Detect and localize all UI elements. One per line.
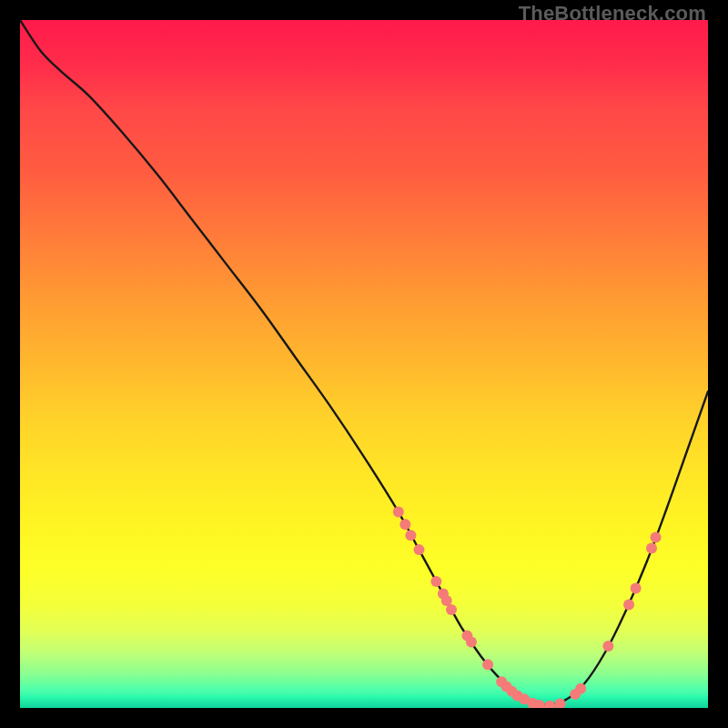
curve-markers	[393, 507, 662, 708]
curve-marker	[399, 519, 410, 530]
curve-marker	[482, 659, 493, 670]
curve-marker	[466, 636, 477, 647]
curve-marker	[646, 543, 657, 554]
curve-marker	[623, 600, 634, 611]
curve-marker	[575, 683, 586, 694]
chart-frame	[20, 20, 708, 708]
bottleneck-curve	[20, 20, 708, 704]
curve-marker	[631, 582, 642, 593]
chart-svg	[20, 20, 708, 708]
curve-marker	[405, 530, 416, 541]
curve-marker	[651, 532, 662, 543]
plot-area	[20, 20, 708, 708]
curve-marker	[393, 507, 404, 518]
curve-marker	[544, 701, 555, 708]
curve-marker	[446, 604, 457, 615]
curve-marker	[602, 641, 613, 652]
curve-marker	[430, 576, 441, 587]
curve-marker	[413, 544, 424, 555]
